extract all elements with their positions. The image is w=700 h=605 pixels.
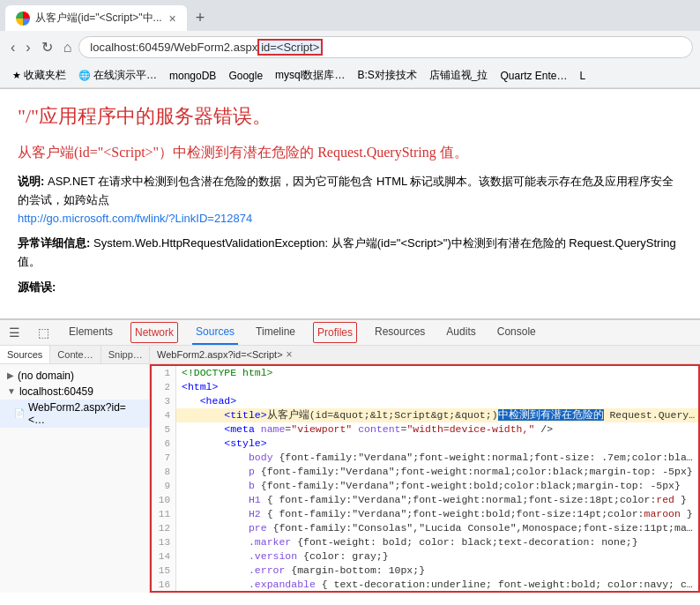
bookmark-label: 店铺追视_拉 [429, 68, 488, 83]
file-tree-label: (no domain) [18, 370, 74, 382]
bookmark-item[interactable]: 店铺追视_拉 [424, 66, 494, 85]
back-button[interactable]: ‹ [7, 38, 19, 57]
active-tab[interactable]: 从客户端(id="<Script>"中... × [5, 5, 187, 31]
tab-console[interactable]: Console [494, 320, 540, 345]
code-line: 9 b {font-family:"Verdana";font-weight:b… [152, 479, 698, 493]
web-icon: 🌐 [78, 70, 91, 81]
file-tree-node-localhost[interactable]: ▼ localhost:60459 [0, 384, 149, 400]
source-section: 源错误: [18, 279, 682, 297]
line-content: <head> [176, 394, 236, 408]
line-number: 15 [152, 564, 176, 578]
sources-panel-body: Sources Conte… Snipp… ▶ (no domain) ▼ lo… [0, 346, 700, 593]
line-content: .version {color: gray;} [176, 549, 389, 564]
address-highlight: id=<Script> [257, 39, 323, 56]
devtools-panel: ☰ ⬚ Elements Network Sources Timeline Pr… [0, 318, 700, 593]
error-link[interactable]: http://go.microsoft.com/fwlink/?LinkID=2… [18, 212, 252, 225]
bookmark-item[interactable]: mongoDB [164, 68, 221, 84]
file-tree: ▶ (no domain) ▼ localhost:60459 📄 WebFor… [0, 364, 149, 431]
line-content: @media screen and (max-width: 639px) { [176, 592, 480, 593]
tab-sources[interactable]: Sources [192, 320, 238, 345]
line-content: body {font-family:"Verdana";font-weight:… [176, 451, 698, 465]
code-file-tab: WebForm2.aspx?id=<Script> × [150, 346, 700, 364]
bookmarks-bar: ★ 收藏夹栏 🌐 在线演示平… mongoDB Google mysql数据库…… [0, 63, 700, 88]
devtools-menu-icon[interactable]: ☰ [7, 320, 22, 345]
line-number: 9 [152, 479, 176, 493]
file-tree-node-no-domain[interactable]: ▶ (no domain) [0, 368, 149, 384]
bookmark-label: Quartz Ente… [500, 70, 567, 82]
bookmark-item[interactable]: ★ 收藏夹栏 [7, 66, 71, 85]
code-line: 5 <meta name="viewport" content="width=d… [152, 422, 698, 437]
line-number: 17 [152, 592, 176, 593]
line-content: H2 { font-family:"Verdana";font-weight:b… [176, 507, 693, 521]
tab-elements[interactable]: Elements [65, 320, 116, 345]
devtools-inspect-icon[interactable]: ⬚ [36, 320, 51, 345]
tab-close-button[interactable]: × [169, 11, 176, 26]
tab-profiles[interactable]: Profiles [313, 322, 357, 343]
code-line-highlighted: 4 <title>从客户端(id=&quot;&lt;Script&gt;&qu… [152, 408, 698, 422]
page-content: "/"应用程序中的服务器错误。 从客户端(id="<Script>"）中检测到有… [0, 89, 700, 318]
code-line: 16 .expandable { text-decoration:underli… [152, 578, 698, 592]
code-line: 17 @media screen and (max-width: 639px) … [152, 592, 698, 593]
line-number: 16 [152, 578, 176, 592]
sources-tab-snippets[interactable]: Snipp… [101, 346, 150, 363]
bookmark-item[interactable]: 🌐 在线演示平… [73, 66, 162, 85]
source-label: 源错误: [18, 280, 56, 294]
code-line: 1 <!DOCTYPE html> [152, 366, 698, 380]
bookmark-label: mongoDB [169, 70, 216, 82]
tab-timeline[interactable]: Timeline [252, 320, 299, 345]
line-content: H1 { font-family:"Verdana";font-weight:n… [176, 493, 687, 507]
bookmark-label: B:S对接技术 [357, 68, 416, 83]
tree-expand-icon: ▶ [7, 370, 14, 380]
code-line: 3 <head> [152, 394, 698, 408]
sources-tab-sources[interactable]: Sources [0, 346, 50, 363]
main-error-title: "/"应用程序中的服务器错误。 [18, 103, 682, 130]
line-number: 5 [152, 422, 176, 437]
line-number: 4 [152, 408, 176, 422]
tab-resources[interactable]: Resources [371, 320, 428, 345]
line-content: <style> [176, 437, 267, 451]
bookmark-item[interactable]: Google [223, 68, 268, 84]
code-body[interactable]: 1 <!DOCTYPE html> 2 <html> 3 <head> 4 < [150, 364, 700, 593]
exception-label: 异常详细信息: [18, 236, 90, 250]
refresh-button[interactable]: ↻ [38, 37, 56, 57]
address-normal: localhost:60459/WebForm2.aspx [90, 41, 257, 54]
nav-bar: ‹ › ↻ ⌂ localhost:60459/WebForm2.aspxid=… [0, 31, 700, 63]
new-tab-button[interactable]: + [190, 7, 211, 29]
code-line: 8 p {font-family:"Verdana";font-weight:n… [152, 465, 698, 479]
line-number: 7 [152, 451, 176, 465]
line-number: 2 [152, 380, 176, 394]
code-line: 12 pre {font-family:"Consolas","Lucida C… [152, 521, 698, 535]
address-bar[interactable]: localhost:60459/WebForm2.aspxid=<Script> [78, 36, 693, 58]
code-file-close-button[interactable]: × [287, 348, 293, 361]
line-content: .error {margin-bottom: 10px;} [176, 564, 425, 578]
tree-collapse-icon: ▼ [7, 386, 16, 396]
line-content: <!DOCTYPE html> [176, 366, 273, 380]
bookmark-item[interactable]: mysql数据库… [270, 66, 350, 85]
file-icon: 📄 [14, 408, 25, 418]
home-button[interactable]: ⌂ [60, 38, 76, 57]
code-line: 14 .version {color: gray;} [152, 549, 698, 564]
code-line: 10 H1 { font-family:"Verdana";font-weigh… [152, 493, 698, 507]
tab-network[interactable]: Network [130, 322, 178, 343]
line-number: 11 [152, 507, 176, 521]
bookmark-label: L [579, 70, 585, 82]
desc-label: 说明: [18, 175, 44, 188]
line-number: 10 [152, 493, 176, 507]
file-tree-label: WebForm2.aspx?id=<… [28, 401, 142, 426]
line-number: 8 [152, 465, 176, 479]
browser-chrome: 从客户端(id="<Script>"中... × + ‹ › ↻ ⌂ local… [0, 0, 700, 89]
exception-section: 异常详细信息: System.Web.HttpRequestValidation… [18, 235, 682, 272]
tab-bar: 从客户端(id="<Script>"中... × + [0, 0, 700, 31]
code-line: 15 .error {margin-bottom: 10px;} [152, 564, 698, 578]
sources-tab-content[interactable]: Conte… [50, 346, 101, 363]
file-tree-node-webform[interactable]: 📄 WebForm2.aspx?id=<… [0, 400, 149, 428]
line-content: p {font-family:"Verdana";font-weight:nor… [176, 465, 693, 479]
exception-text: System.Web.HttpRequestValidationExceptio… [18, 236, 676, 268]
tab-audits[interactable]: Audits [443, 320, 479, 345]
bookmark-item[interactable]: L [574, 68, 591, 84]
star-icon: ★ [12, 70, 21, 81]
bookmark-item[interactable]: B:S对接技术 [352, 66, 421, 85]
bookmark-item[interactable]: Quartz Ente… [495, 68, 572, 84]
file-tree-label: localhost:60459 [19, 385, 93, 398]
forward-button[interactable]: › [22, 38, 34, 57]
